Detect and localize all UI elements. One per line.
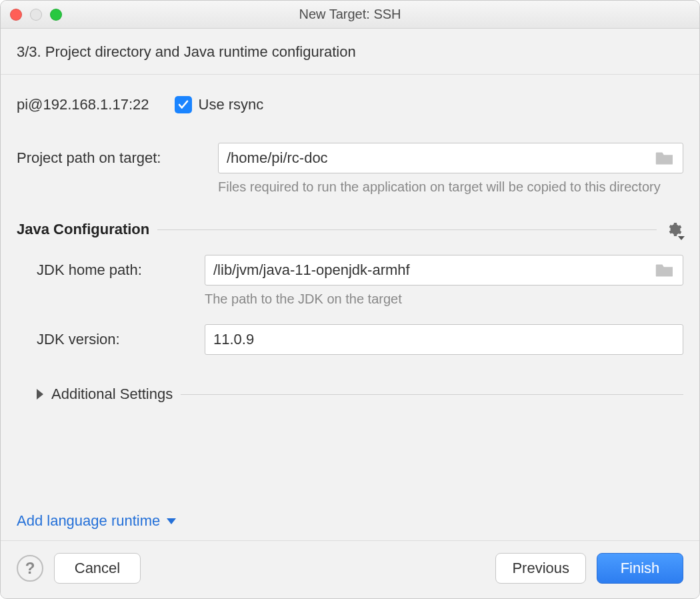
use-rsync-checkbox[interactable]: Use rsync [175,96,264,113]
project-path-input[interactable]: /home/pi/rc-doc [218,143,683,173]
chevron-down-icon [167,518,176,524]
jdk-home-value: /lib/jvm/java-11-openjdk-armhf [213,261,653,279]
project-path-row: Project path on target: /home/pi/rc-doc … [17,143,683,196]
dialog-content: pi@192.168.1.17:22 Use rsync Project pat… [1,75,699,540]
cancel-button[interactable]: Cancel [54,553,141,584]
connection-row: pi@192.168.1.17:22 Use rsync [17,96,683,113]
jdk-home-hint: The path to the JDK on the target [205,289,671,308]
divider [181,394,683,395]
divider [157,229,657,230]
previous-label: Previous [512,560,569,577]
window-title: New Target: SSH [1,7,699,22]
jdk-version-value: 11.0.9 [213,331,676,348]
project-path-value: /home/pi/rc-doc [227,149,653,167]
java-config-section-header: Java Configuration [17,220,683,239]
add-language-runtime-link[interactable]: Add language runtime [17,512,176,530]
dialog-footer: ? Cancel Previous Finish [1,540,699,598]
minimize-window-icon[interactable] [30,9,42,21]
dialog-window: New Target: SSH 3/3. Project directory a… [0,0,700,599]
browse-folder-icon[interactable] [653,149,676,167]
add-language-runtime-label: Add language runtime [17,512,160,530]
checkbox-checked-icon [175,96,192,113]
java-config-title: Java Configuration [17,221,149,238]
java-config-fields: JDK home path: /lib/jvm/java-11-openjdk-… [37,255,683,355]
additional-settings-label: Additional Settings [51,386,173,403]
gear-icon[interactable] [665,220,683,239]
project-path-hint: Files required to run the application on… [218,177,683,196]
jdk-version-label: JDK version: [37,324,197,348]
jdk-home-input[interactable]: /lib/jvm/java-11-openjdk-armhf [205,255,683,285]
titlebar: New Target: SSH [1,1,699,29]
cancel-label: Cancel [75,560,120,577]
maximize-window-icon[interactable] [50,9,62,21]
finish-label: Finish [621,560,660,577]
host-label: pi@192.168.1.17:22 [17,96,149,113]
finish-button[interactable]: Finish [597,553,683,584]
browse-folder-icon[interactable] [653,261,676,279]
additional-settings-toggle[interactable]: Additional Settings [37,386,683,403]
help-button[interactable]: ? [17,555,43,582]
use-rsync-label: Use rsync [199,96,264,113]
jdk-version-input[interactable]: 11.0.9 [205,324,683,355]
window-controls [10,9,62,21]
jdk-home-label: JDK home path: [37,255,197,279]
previous-button[interactable]: Previous [495,553,586,584]
project-path-label: Project path on target: [17,143,210,167]
add-runtime-row: Add language runtime [17,496,683,530]
chevron-right-icon [37,389,43,400]
step-header: 3/3. Project directory and Java runtime … [1,29,699,75]
close-window-icon[interactable] [10,9,22,21]
